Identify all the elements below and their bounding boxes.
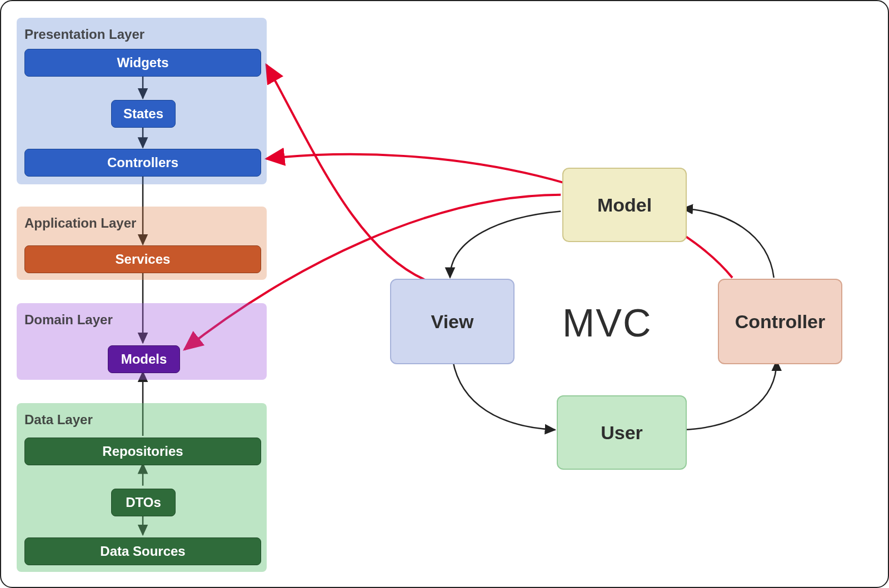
domain-title: Domain Layer [24, 312, 259, 328]
application-title: Application Layer [24, 215, 259, 231]
diagram-canvas: Presentation Layer Widgets States Contro… [0, 0, 889, 588]
data-title: Data Layer [24, 412, 259, 428]
dtos-box: DTOs [111, 489, 176, 516]
presentation-title: Presentation Layer [24, 27, 259, 42]
states-box: States [111, 100, 176, 128]
mvc-user: User [557, 395, 687, 470]
mvc-view: View [390, 279, 515, 364]
services-box: Services [24, 245, 261, 273]
widgets-box: Widgets [24, 49, 261, 77]
mvc-model: Model [562, 168, 687, 242]
controllers-box: Controllers [24, 149, 261, 177]
data-sources-box: Data Sources [24, 537, 261, 565]
models-box: Models [108, 345, 180, 373]
mvc-controller: Controller [718, 279, 842, 364]
mvc-label: MVC [562, 301, 652, 345]
repositories-box: Repositories [24, 438, 261, 465]
